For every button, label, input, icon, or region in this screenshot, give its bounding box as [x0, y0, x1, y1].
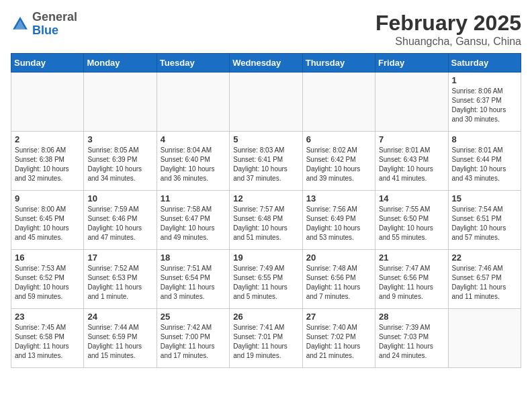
day-number: 13	[306, 193, 371, 203]
day-number: 28	[379, 312, 444, 322]
day-info: Sunrise: 7:40 AM Sunset: 7:02 PM Dayligh…	[306, 323, 371, 361]
day-cell: 17Sunrise: 7:52 AM Sunset: 6:53 PM Dayli…	[84, 250, 157, 309]
day-cell: 28Sunrise: 7:39 AM Sunset: 7:03 PM Dayli…	[375, 309, 448, 368]
day-cell: 16Sunrise: 7:53 AM Sunset: 6:52 PM Dayli…	[11, 250, 84, 309]
day-info: Sunrise: 7:47 AM Sunset: 6:56 PM Dayligh…	[379, 264, 444, 302]
day-number: 26	[233, 312, 298, 322]
day-cell: 25Sunrise: 7:42 AM Sunset: 7:00 PM Dayli…	[157, 309, 229, 368]
day-info: Sunrise: 7:57 AM Sunset: 6:48 PM Dayligh…	[233, 205, 298, 242]
week-row-5: 23Sunrise: 7:45 AM Sunset: 6:58 PM Dayli…	[11, 309, 521, 368]
day-info: Sunrise: 7:44 AM Sunset: 6:59 PM Dayligh…	[87, 323, 152, 361]
day-cell	[230, 73, 302, 132]
day-number: 11	[161, 193, 226, 203]
day-cell: 20Sunrise: 7:48 AM Sunset: 6:56 PM Dayli…	[302, 250, 375, 309]
day-number: 21	[379, 253, 444, 263]
page-header: General Blue February 2025 Shuangcha, Ga…	[11, 11, 521, 48]
weekday-header-friday: Friday	[375, 54, 448, 73]
logo-general-text: General	[32, 10, 77, 24]
day-cell: 1Sunrise: 8:06 AM Sunset: 6:37 PM Daylig…	[448, 73, 521, 132]
day-number: 23	[15, 312, 80, 322]
day-cell: 22Sunrise: 7:46 AM Sunset: 6:57 PM Dayli…	[448, 250, 521, 309]
logo: General Blue	[11, 11, 77, 38]
day-info: Sunrise: 7:46 AM Sunset: 6:57 PM Dayligh…	[452, 264, 517, 302]
day-info: Sunrise: 7:39 AM Sunset: 7:03 PM Dayligh…	[379, 323, 444, 361]
day-cell: 12Sunrise: 7:57 AM Sunset: 6:48 PM Dayli…	[230, 191, 302, 250]
day-cell: 10Sunrise: 7:59 AM Sunset: 6:46 PM Dayli…	[84, 191, 157, 250]
day-number: 2	[15, 134, 80, 144]
day-info: Sunrise: 8:06 AM Sunset: 6:38 PM Dayligh…	[15, 146, 80, 183]
day-number: 27	[306, 312, 371, 322]
day-info: Sunrise: 8:01 AM Sunset: 6:44 PM Dayligh…	[452, 146, 517, 183]
weekday-header-tuesday: Tuesday	[157, 54, 229, 73]
day-info: Sunrise: 7:42 AM Sunset: 7:00 PM Dayligh…	[161, 323, 226, 361]
weekday-header-wednesday: Wednesday	[230, 54, 302, 73]
day-number: 4	[161, 134, 226, 144]
day-info: Sunrise: 7:55 AM Sunset: 6:50 PM Dayligh…	[379, 205, 444, 242]
day-cell	[157, 73, 229, 132]
day-cell: 24Sunrise: 7:44 AM Sunset: 6:59 PM Dayli…	[84, 309, 157, 368]
day-cell	[302, 73, 375, 132]
day-info: Sunrise: 7:53 AM Sunset: 6:52 PM Dayligh…	[15, 264, 80, 302]
day-info: Sunrise: 7:52 AM Sunset: 6:53 PM Dayligh…	[87, 264, 152, 302]
day-cell: 18Sunrise: 7:51 AM Sunset: 6:54 PM Dayli…	[157, 250, 229, 309]
day-number: 20	[306, 253, 371, 263]
day-cell	[11, 73, 84, 132]
day-cell: 7Sunrise: 8:01 AM Sunset: 6:43 PM Daylig…	[375, 132, 448, 191]
day-info: Sunrise: 7:54 AM Sunset: 6:51 PM Dayligh…	[452, 205, 517, 242]
week-row-3: 9Sunrise: 8:00 AM Sunset: 6:45 PM Daylig…	[11, 191, 521, 250]
weekday-header-row: SundayMondayTuesdayWednesdayThursdayFrid…	[11, 54, 521, 73]
day-number: 10	[87, 193, 152, 203]
weekday-header-sunday: Sunday	[11, 54, 84, 73]
day-info: Sunrise: 8:01 AM Sunset: 6:43 PM Dayligh…	[379, 146, 444, 183]
day-cell: 2Sunrise: 8:06 AM Sunset: 6:38 PM Daylig…	[11, 132, 84, 191]
day-info: Sunrise: 8:04 AM Sunset: 6:40 PM Dayligh…	[161, 146, 226, 183]
day-number: 7	[379, 134, 444, 144]
day-cell	[448, 309, 521, 368]
title-block: February 2025 Shuangcha, Gansu, China	[375, 11, 521, 48]
weekday-header-saturday: Saturday	[448, 54, 521, 73]
day-number: 5	[233, 134, 298, 144]
day-cell: 4Sunrise: 8:04 AM Sunset: 6:40 PM Daylig…	[157, 132, 229, 191]
day-cell: 6Sunrise: 8:02 AM Sunset: 6:42 PM Daylig…	[302, 132, 375, 191]
logo-icon	[11, 15, 30, 34]
location: Shuangcha, Gansu, China	[375, 36, 521, 48]
day-cell: 3Sunrise: 8:05 AM Sunset: 6:39 PM Daylig…	[84, 132, 157, 191]
day-cell	[84, 73, 157, 132]
day-cell: 19Sunrise: 7:49 AM Sunset: 6:55 PM Dayli…	[230, 250, 302, 309]
day-cell: 23Sunrise: 7:45 AM Sunset: 6:58 PM Dayli…	[11, 309, 84, 368]
day-cell: 11Sunrise: 7:58 AM Sunset: 6:47 PM Dayli…	[157, 191, 229, 250]
day-info: Sunrise: 7:56 AM Sunset: 6:49 PM Dayligh…	[306, 205, 371, 242]
day-cell: 21Sunrise: 7:47 AM Sunset: 6:56 PM Dayli…	[375, 250, 448, 309]
day-cell: 27Sunrise: 7:40 AM Sunset: 7:02 PM Dayli…	[302, 309, 375, 368]
month-title: February 2025	[375, 11, 521, 36]
day-cell: 13Sunrise: 7:56 AM Sunset: 6:49 PM Dayli…	[302, 191, 375, 250]
day-cell: 9Sunrise: 8:00 AM Sunset: 6:45 PM Daylig…	[11, 191, 84, 250]
day-cell: 14Sunrise: 7:55 AM Sunset: 6:50 PM Dayli…	[375, 191, 448, 250]
day-number: 6	[306, 134, 371, 144]
calendar-table: SundayMondayTuesdayWednesdayThursdayFrid…	[11, 53, 521, 368]
week-row-2: 2Sunrise: 8:06 AM Sunset: 6:38 PM Daylig…	[11, 132, 521, 191]
week-row-1: 1Sunrise: 8:06 AM Sunset: 6:37 PM Daylig…	[11, 73, 521, 132]
day-number: 19	[233, 253, 298, 263]
day-number: 1	[452, 75, 517, 85]
day-info: Sunrise: 7:51 AM Sunset: 6:54 PM Dayligh…	[161, 264, 226, 302]
day-number: 16	[15, 253, 80, 263]
day-number: 8	[452, 134, 517, 144]
day-cell: 8Sunrise: 8:01 AM Sunset: 6:44 PM Daylig…	[448, 132, 521, 191]
day-cell: 15Sunrise: 7:54 AM Sunset: 6:51 PM Dayli…	[448, 191, 521, 250]
day-number: 15	[452, 193, 517, 203]
day-cell	[375, 73, 448, 132]
day-number: 22	[452, 253, 517, 263]
day-cell: 5Sunrise: 8:03 AM Sunset: 6:41 PM Daylig…	[230, 132, 302, 191]
day-info: Sunrise: 7:58 AM Sunset: 6:47 PM Dayligh…	[161, 205, 226, 242]
day-info: Sunrise: 8:00 AM Sunset: 6:45 PM Dayligh…	[15, 205, 80, 242]
day-info: Sunrise: 7:48 AM Sunset: 6:56 PM Dayligh…	[306, 264, 371, 302]
day-number: 12	[233, 193, 298, 203]
day-number: 24	[87, 312, 152, 322]
day-info: Sunrise: 8:02 AM Sunset: 6:42 PM Dayligh…	[306, 146, 371, 183]
day-number: 9	[15, 193, 80, 203]
weekday-header-thursday: Thursday	[302, 54, 375, 73]
day-number: 18	[161, 253, 226, 263]
day-number: 3	[87, 134, 152, 144]
weekday-header-monday: Monday	[84, 54, 157, 73]
